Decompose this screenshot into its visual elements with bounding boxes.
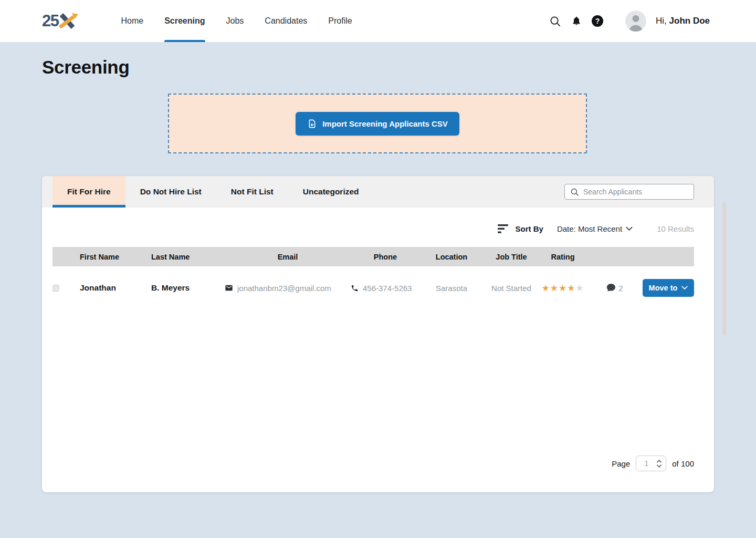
cell-location: Sarasota bbox=[420, 284, 483, 293]
tab-uncategorized[interactable]: Uncategorized bbox=[288, 176, 374, 208]
search-icon[interactable] bbox=[549, 15, 561, 27]
nav-item-screening[interactable]: Screening bbox=[164, 0, 205, 42]
tab-do-not-hire-list[interactable]: Do Not Hire List bbox=[125, 176, 216, 208]
page-title: Screening bbox=[42, 57, 130, 78]
sort-order-dropdown[interactable]: Date: Most Recent bbox=[557, 224, 633, 233]
search-applicants-input[interactable] bbox=[583, 188, 688, 196]
notifications-bell-icon[interactable] bbox=[571, 15, 582, 27]
col-header-phone: Phone bbox=[351, 253, 420, 261]
page-number-input[interactable] bbox=[639, 459, 653, 468]
user-greeting: Hi, John Doe bbox=[656, 16, 710, 26]
csv-import-dropzone[interactable]: Import Screening Applicants CSV bbox=[168, 94, 587, 153]
cell-job-title: Not Started bbox=[483, 284, 540, 293]
top-nav-bar: 25 Home Screening Jobs Candidates Profil bbox=[0, 0, 756, 42]
row-checkbox[interactable] bbox=[52, 285, 59, 292]
stepper-arrows-icon[interactable] bbox=[656, 459, 662, 468]
tab-fit-for-hire[interactable]: Fit For Hire bbox=[52, 176, 125, 208]
logo-text: 25 bbox=[42, 12, 58, 30]
table-row: Jonathan B. Meyers jonathanbm23@gmail.co… bbox=[52, 276, 694, 300]
nav-item-candidates[interactable]: Candidates bbox=[265, 0, 307, 42]
results-count: 10 Results bbox=[657, 224, 694, 233]
sort-by-control[interactable]: Sort By bbox=[498, 224, 543, 234]
phone-icon bbox=[351, 284, 359, 292]
col-header-first-name: First Name bbox=[80, 253, 151, 261]
import-csv-button[interactable]: Import Screening Applicants CSV bbox=[296, 112, 459, 136]
page-scrollbar-thumb[interactable] bbox=[722, 202, 726, 335]
sort-controls: Sort By Date: Most Recent 10 Results bbox=[498, 220, 694, 237]
col-header-last-name: Last Name bbox=[151, 253, 225, 261]
logo-x-arrow-icon bbox=[59, 13, 79, 29]
main-nav: Home Screening Jobs Candidates Profile bbox=[121, 0, 352, 42]
search-input-icon bbox=[570, 188, 579, 196]
tab-not-fit-list[interactable]: Not Fit List bbox=[216, 176, 288, 208]
comment-count: 2 bbox=[618, 284, 623, 293]
comments-control[interactable]: 2 bbox=[586, 282, 643, 294]
sort-lines-icon bbox=[498, 224, 510, 234]
col-header-email: Email bbox=[225, 253, 351, 261]
user-name: John Doe bbox=[669, 16, 710, 26]
nav-item-home[interactable]: Home bbox=[121, 0, 143, 42]
col-header-rating: Rating bbox=[540, 253, 586, 261]
col-header-job-title: Job Title bbox=[483, 253, 540, 261]
applicant-search-box[interactable] bbox=[564, 184, 694, 200]
page-number-stepper[interactable] bbox=[636, 456, 666, 471]
page-total-label: of 100 bbox=[672, 459, 694, 468]
cell-last-name: B. Meyers bbox=[151, 283, 225, 293]
nav-item-jobs[interactable]: Jobs bbox=[226, 0, 244, 42]
pagination: Page of 100 bbox=[612, 454, 694, 472]
chevron-down-icon bbox=[681, 286, 688, 290]
chevron-down-icon bbox=[626, 226, 633, 231]
comment-bubble-icon bbox=[605, 282, 617, 294]
sort-by-label: Sort By bbox=[516, 224, 543, 233]
header-right-group: ? Hi, John Doe bbox=[549, 11, 710, 32]
cell-rating-stars: ★★★★★ bbox=[540, 284, 586, 293]
page-label: Page bbox=[612, 459, 630, 468]
file-import-icon bbox=[307, 119, 317, 129]
nav-item-profile[interactable]: Profile bbox=[328, 0, 352, 42]
user-avatar[interactable] bbox=[625, 11, 646, 32]
applicants-panel: Fit For Hire Do Not Hire List Not Fit Li… bbox=[42, 176, 714, 492]
cell-first-name: Jonathan bbox=[80, 283, 151, 293]
app-logo[interactable]: 25 bbox=[42, 12, 79, 30]
col-header-location: Location bbox=[420, 253, 483, 261]
help-icon[interactable]: ? bbox=[592, 15, 603, 27]
import-csv-button-label: Import Screening Applicants CSV bbox=[322, 119, 448, 128]
envelope-icon bbox=[225, 284, 233, 292]
category-tabs: Fit For Hire Do Not Hire List Not Fit Li… bbox=[42, 176, 714, 208]
active-tab-underline bbox=[52, 205, 125, 208]
active-nav-underline bbox=[164, 40, 205, 42]
cell-phone: 456-374-5263 bbox=[351, 284, 420, 293]
move-to-button[interactable]: Move to bbox=[643, 279, 694, 297]
cell-email: jonathanbm23@gmail.com bbox=[225, 284, 351, 293]
table-header: First Name Last Name Email Phone Locatio… bbox=[52, 247, 694, 266]
